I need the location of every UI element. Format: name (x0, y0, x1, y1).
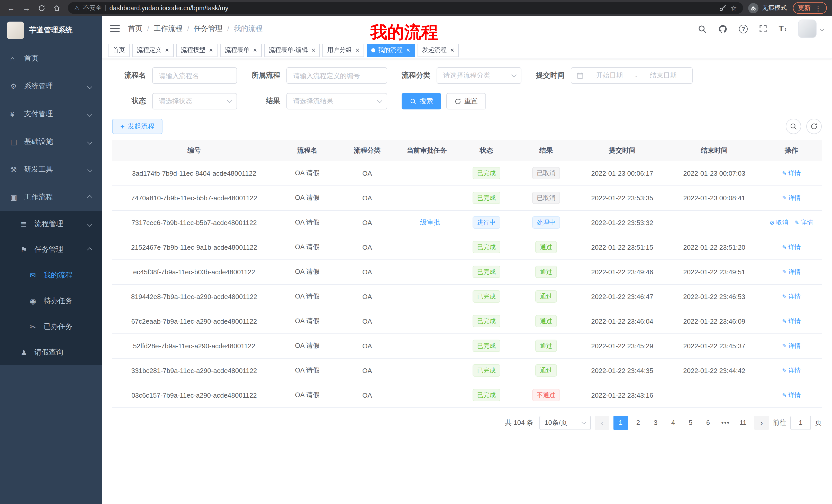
key-icon[interactable] (719, 4, 727, 12)
breadcrumb-item[interactable]: 工作流程 (154, 24, 183, 33)
tab-process-form-edit[interactable]: 流程表单-编辑× (264, 44, 320, 57)
detail-link[interactable]: ✎详情 (782, 317, 801, 326)
page-button-5[interactable]: 5 (683, 415, 698, 430)
process-id-input[interactable] (286, 67, 387, 84)
detail-link[interactable]: ✎详情 (782, 292, 801, 301)
breadcrumb-item[interactable]: 首页 (128, 24, 142, 33)
browser-home-icon[interactable] (53, 4, 61, 12)
tab-process-definition[interactable]: 流程定义× (132, 44, 174, 57)
category-select[interactable]: 请选择流程分类 (437, 67, 521, 84)
prev-page-button[interactable]: ‹ (595, 415, 609, 430)
page-size-select[interactable]: 10条/页 (539, 415, 591, 430)
github-icon[interactable] (718, 24, 728, 34)
sidebar-item-system[interactable]: ⚙系统管理 (0, 73, 102, 100)
font-size-icon[interactable]: T↕ (779, 24, 787, 33)
detail-link[interactable]: ✎详情 (782, 169, 801, 177)
tab-home[interactable]: 首页 (108, 44, 130, 57)
sidebar-item-todo-tasks[interactable]: ◉待办任务 (0, 288, 102, 314)
detail-icon: ✎ (782, 244, 787, 250)
search-toggle-button[interactable] (786, 119, 801, 134)
pagination-total: 共 104 条 (505, 418, 533, 427)
close-icon[interactable]: × (356, 47, 359, 53)
cell-result: 通过 (515, 358, 577, 383)
page-button-11[interactable]: 11 (736, 415, 750, 430)
active-tab-dot (371, 48, 375, 52)
process-name-input[interactable] (152, 67, 237, 84)
page-button-1[interactable]: 1 (614, 415, 628, 430)
close-icon[interactable]: × (165, 47, 169, 53)
detail-link[interactable]: ✎详情 (782, 366, 801, 375)
page-button-2[interactable]: 2 (631, 415, 645, 430)
sidebar-item-payment[interactable]: ¥支付管理 (0, 100, 102, 128)
kebab-menu-icon[interactable]: ⋮ (814, 4, 822, 12)
search-icon[interactable] (698, 24, 706, 33)
divider (105, 5, 106, 11)
submit-time-range-picker[interactable]: 开始日期 - 结束日期 (571, 67, 693, 84)
fullscreen-icon[interactable] (759, 25, 767, 33)
breadcrumb-item[interactable]: 任务管理 (194, 24, 223, 33)
tab-start-process[interactable]: 发起流程× (417, 44, 459, 57)
hamburger-icon[interactable] (110, 25, 120, 32)
sidebar-item-dev-tools[interactable]: ⚒研发工具 (0, 156, 102, 184)
tab-user-group[interactable]: 用户分组× (323, 44, 364, 57)
reset-button[interactable]: 重置 (446, 93, 486, 109)
sidebar-item-infrastructure[interactable]: ▤基础设施 (0, 128, 102, 156)
detail-link[interactable]: ✎详情 (782, 243, 801, 251)
detail-link[interactable]: ✎详情 (782, 193, 801, 202)
help-icon[interactable]: ? (739, 24, 748, 33)
chevron-down-icon (87, 167, 92, 172)
current-task-link[interactable]: 一级审批 (413, 218, 440, 226)
sidebar-item-home[interactable]: ⌂首页 (0, 45, 102, 73)
bookmark-star-icon[interactable]: ☆ (730, 4, 737, 11)
close-icon[interactable]: × (209, 47, 213, 53)
close-icon[interactable]: × (312, 47, 315, 53)
reload-icon[interactable] (38, 4, 45, 11)
action-label: 详情 (788, 169, 801, 177)
result-select[interactable]: 请选择流结果 (286, 93, 387, 109)
detail-link[interactable]: ✎详情 (782, 341, 801, 350)
close-icon[interactable]: × (253, 47, 257, 53)
status-select[interactable]: 请选择状态 (152, 93, 237, 109)
filter-row-2: 状态 请选择状态 结果 请选择流结果 (112, 93, 822, 109)
cell-current-task (396, 259, 458, 284)
cancel-link[interactable]: ⊘取消 (770, 218, 788, 227)
next-page-button[interactable]: › (754, 415, 769, 430)
tab-my-process[interactable]: 我的流程× (367, 44, 415, 57)
start-process-button[interactable]: + 发起流程 (112, 119, 162, 134)
detail-link[interactable]: ✎详情 (782, 391, 801, 399)
detail-link[interactable]: ✎详情 (782, 268, 801, 276)
cell-current-task (396, 161, 458, 186)
avatar[interactable] (798, 20, 816, 38)
sidebar-item-leave-query[interactable]: ♟请假查询 (0, 340, 102, 365)
security-label[interactable]: 不安全 (83, 4, 102, 12)
sidebar-item-my-process[interactable]: ✉我的流程 (0, 262, 102, 288)
cell-submit-time: 2022-01-22 23:51:15 (577, 235, 668, 259)
pagination-more[interactable]: ••• (718, 415, 733, 430)
search-button[interactable]: 搜索 (401, 93, 441, 109)
update-button[interactable]: 更新 ⋮ (793, 2, 827, 14)
sidebar-item-process-management[interactable]: ≣流程管理 (0, 211, 102, 237)
user-menu[interactable] (798, 20, 824, 38)
back-icon[interactable]: ← (7, 4, 15, 12)
sidebar-item-done-tasks[interactable]: ✂已办任务 (0, 314, 102, 340)
sidebar-item-task-management[interactable]: ⚑任务管理 (0, 237, 102, 262)
tab-process-model[interactable]: 流程模型× (176, 44, 217, 57)
address-bar[interactable]: ⚠ 不安全 dashboard.yudao.iocoder.cn/bpm/tas… (68, 2, 743, 14)
close-icon[interactable]: × (450, 47, 454, 53)
refresh-button[interactable] (806, 119, 822, 134)
url-text[interactable]: dashboard.yudao.iocoder.cn/bpm/task/my (109, 4, 229, 11)
page-button-3[interactable]: 3 (648, 415, 663, 430)
app-logo-row[interactable]: 芋道管理系统 (0, 16, 102, 45)
sidebar-item-workflow[interactable]: ▣工作流程 (0, 184, 102, 211)
detail-link[interactable]: ✎详情 (795, 218, 813, 227)
top-navbar: 首页/工作流程/任务管理/我的流程 ? T↕ (102, 16, 832, 41)
cell-category: OA (338, 284, 396, 309)
page-button-4[interactable]: 4 (666, 415, 680, 430)
close-icon[interactable]: × (406, 47, 410, 53)
breadcrumb: 首页/工作流程/任务管理/我的流程 (128, 24, 262, 33)
goto-page-input[interactable] (790, 415, 811, 430)
tab-process-form[interactable]: 流程表单× (220, 44, 261, 57)
page-button-6[interactable]: 6 (701, 415, 715, 430)
filter-label-time: 提交时间 (536, 71, 565, 80)
forward-icon[interactable]: → (23, 4, 30, 12)
